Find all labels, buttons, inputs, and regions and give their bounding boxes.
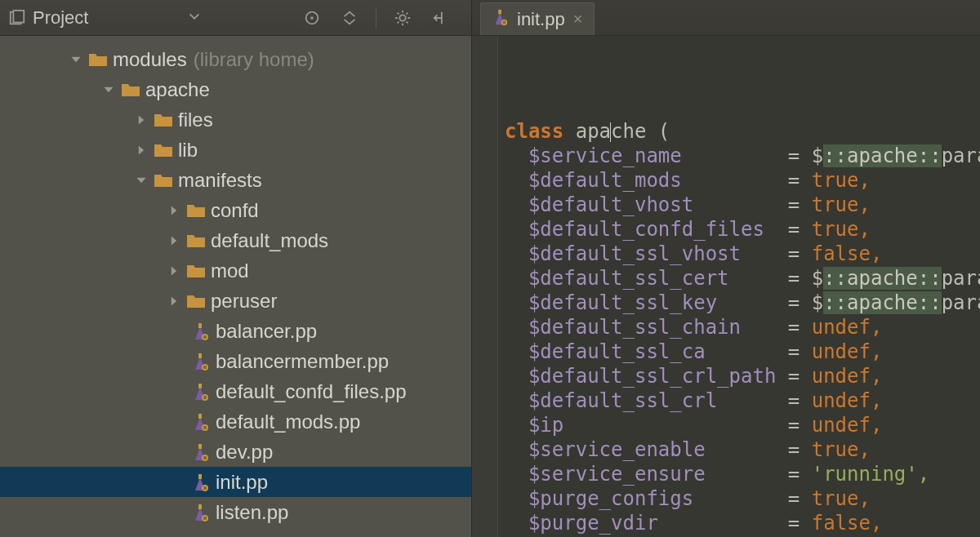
folder-icon — [119, 82, 142, 98]
tree-label: listen.pp — [216, 501, 288, 524]
svg-rect-1 — [13, 10, 24, 22]
svg-rect-10 — [203, 366, 207, 369]
tree-folder-mod[interactable]: mod — [0, 255, 471, 286]
svg-rect-8 — [198, 353, 202, 358]
tree-label: lib — [178, 139, 198, 162]
svg-rect-13 — [203, 396, 207, 399]
tree-label: apache — [145, 78, 210, 101]
tree-folder-apache[interactable]: apache — [0, 74, 471, 104]
folder-icon — [185, 233, 207, 249]
tree-file-balancer[interactable]: balancer.pp — [0, 316, 471, 346]
tree-folder-modules[interactable]: modules (library home) — [0, 44, 471, 74]
svg-rect-25 — [203, 517, 207, 520]
collapse-all-icon[interactable] — [338, 7, 361, 29]
expand-arrow-icon[interactable] — [131, 174, 152, 187]
tree-label: files — [178, 109, 213, 131]
editor-gutter — [472, 36, 498, 537]
svg-point-4 — [399, 15, 405, 20]
tree-file-init[interactable]: init.pp — [0, 467, 471, 497]
tree-folder-default-mods[interactable]: default_mods — [0, 225, 471, 255]
tree-label: default_confd_files.pp — [216, 380, 407, 403]
collapse-arrow-icon[interactable] — [163, 204, 185, 217]
tree-label: balancer.pp — [216, 320, 317, 343]
puppet-file-icon — [188, 382, 212, 402]
collapse-arrow-icon[interactable] — [131, 144, 152, 157]
expand-arrow-icon[interactable] — [98, 83, 119, 96]
tree-label: confd — [211, 199, 259, 222]
editor-tab-bar[interactable]: init.pp × — [472, 0, 980, 36]
tree-folder-manifests[interactable]: manifests — [0, 165, 471, 195]
puppet-file-icon — [188, 352, 212, 371]
svg-rect-17 — [198, 444, 202, 449]
close-icon[interactable]: × — [573, 10, 583, 29]
editor-tab-init[interactable]: init.pp × — [480, 2, 595, 35]
tree-label: balancermember.pp — [216, 350, 389, 373]
svg-rect-11 — [198, 384, 202, 388]
expand-arrow-icon[interactable] — [65, 53, 87, 66]
tree-folder-confd[interactable]: confd — [0, 195, 471, 225]
svg-rect-20 — [198, 474, 202, 479]
project-panel-header[interactable]: Project — [0, 0, 471, 36]
tree-file-balancermember[interactable]: balancermember.pp — [0, 346, 471, 376]
tree-folder-lib[interactable]: lib — [0, 135, 471, 165]
tree-file-listen[interactable]: listen.pp — [0, 497, 471, 527]
toolbar-separator — [376, 7, 376, 29]
folder-icon — [185, 263, 207, 279]
svg-rect-7 — [203, 335, 207, 339]
tree-label: dev.pp — [216, 441, 273, 464]
folder-icon — [152, 112, 175, 128]
folder-icon — [185, 293, 207, 309]
tree-file-dev[interactable]: dev.pp — [0, 437, 471, 467]
puppet-file-icon — [188, 322, 212, 341]
code-content: class apache ( $service_name = $::apache… — [505, 119, 980, 537]
svg-rect-23 — [198, 504, 202, 509]
tree-folder-peruser[interactable]: peruser — [0, 286, 471, 316]
project-panel-icon — [8, 9, 26, 27]
svg-rect-26 — [498, 9, 501, 14]
autoscroll-to-source-icon[interactable] — [301, 7, 323, 29]
hide-panel-icon[interactable] — [429, 7, 452, 29]
collapse-arrow-icon[interactable] — [163, 234, 185, 247]
tree-folder-files[interactable]: files — [0, 104, 471, 135]
code-editor[interactable]: class apache ( $service_name = $::apache… — [472, 36, 980, 537]
puppet-file-icon — [188, 473, 212, 492]
tab-title: init.pp — [517, 9, 565, 30]
tree-file-default-mods[interactable]: default_mods.pp — [0, 406, 471, 437]
project-panel-title: Project — [33, 7, 88, 29]
svg-point-3 — [310, 16, 314, 20]
tree-label: peruser — [211, 290, 277, 313]
project-tree[interactable]: modules (library home) apache files — [0, 36, 471, 537]
collapse-arrow-icon[interactable] — [163, 295, 185, 308]
svg-rect-5 — [198, 323, 202, 328]
folder-icon — [152, 142, 175, 158]
svg-rect-28 — [503, 20, 506, 24]
svg-rect-14 — [198, 414, 202, 419]
folder-icon — [185, 202, 207, 219]
project-view-dropdown-icon[interactable] — [187, 9, 202, 27]
svg-rect-19 — [203, 456, 207, 459]
tree-label: manifests — [178, 169, 262, 192]
puppet-file-icon — [188, 442, 212, 462]
puppet-file-icon — [491, 8, 509, 31]
tree-label: modules — [113, 48, 187, 71]
puppet-file-icon — [188, 412, 212, 432]
tree-note: (library home) — [194, 48, 314, 71]
svg-rect-16 — [203, 426, 207, 429]
collapse-arrow-icon[interactable] — [163, 264, 185, 277]
folder-icon — [87, 51, 109, 68]
tree-file-default-confd-files[interactable]: default_confd_files.pp — [0, 376, 471, 406]
settings-gear-icon[interactable] — [391, 7, 414, 29]
tree-label: default_mods.pp — [216, 411, 360, 433]
tree-label: default_mods — [211, 229, 328, 252]
tree-label: mod — [211, 260, 249, 282]
collapse-arrow-icon[interactable] — [131, 113, 152, 126]
puppet-file-icon — [188, 503, 212, 522]
svg-rect-22 — [203, 486, 207, 490]
tree-label: init.pp — [216, 471, 268, 494]
folder-icon — [152, 172, 175, 189]
